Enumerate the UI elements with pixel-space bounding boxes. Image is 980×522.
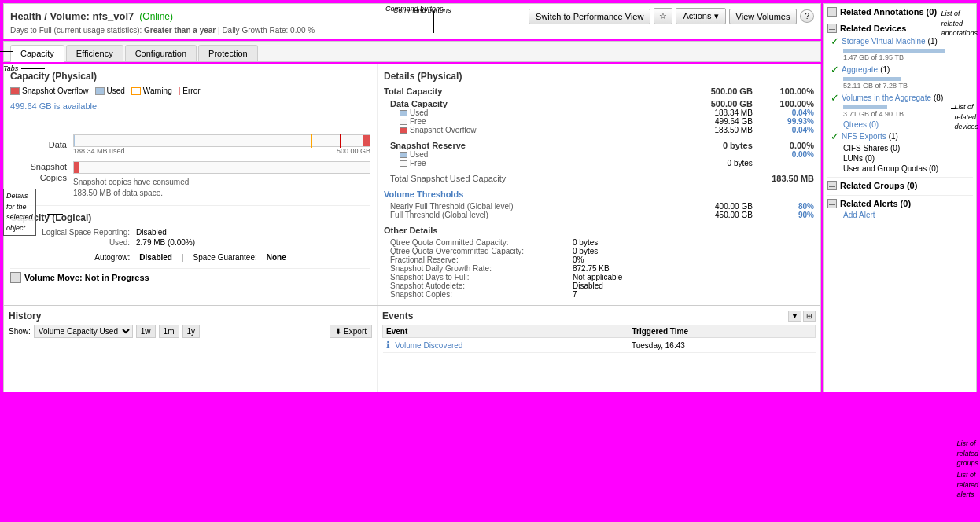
page-title: Health / Volume: nfs_vol7 [10, 10, 134, 22]
autogrow-value: Disabled [139, 253, 172, 262]
history-controls: Show: Volume Capacity Used 1w 1m 1y ⬇ Ex… [9, 325, 372, 338]
svm-item: ✓ Storage Virtual Machine (1) 1.47 GB of… [827, 35, 973, 61]
error-line [340, 134, 341, 148]
data-capacity-table: Data Capacity 500.00 GB 100.00% Used [384, 99, 814, 134]
snapshot-reserve-title: Snapshot Reserve [384, 141, 671, 150]
event-link-0[interactable]: Volume Discovered [395, 341, 462, 350]
svm-count: (1) [928, 37, 938, 46]
actions-button[interactable]: Actions ▾ [676, 8, 725, 24]
data-free-pct: 99.93% [753, 117, 814, 126]
svm-item-row: ✓ Storage Virtual Machine (1) [827, 35, 973, 48]
related-devices-section: — Related Devices ✓ Storage Virtual Mach… [827, 22, 973, 178]
total-capacity-table: Total Capacity 500.00 GB 100.00% [384, 86, 814, 96]
snapshot-reserve-free-value: 0 bytes [671, 159, 753, 167]
bar-used-label: 188.34 MB used [73, 147, 125, 155]
snapshot-reserve-used-value [671, 150, 753, 159]
full-threshold-pct: 90% [753, 211, 814, 219]
other-label-5: Snapshot Autodelete: [384, 281, 573, 290]
other-row-3: Snapshot Daily Growth Rate:872.75 KB [384, 264, 814, 273]
logical-used-value: 2.79 MB (0.00%) [136, 238, 195, 247]
aggregate-item-row: ✓ Aggregate (1) [827, 63, 973, 76]
right-panel: — Related Annotations (0) — Related Devi… [823, 3, 977, 392]
tab-efficiency[interactable]: Efficiency [66, 45, 123, 61]
volume-thresholds-title[interactable]: Volume Thresholds [384, 189, 814, 199]
aggregate-link[interactable]: Aggregate [842, 65, 878, 74]
data-capacity-title: Data Capacity [384, 99, 671, 108]
event-col-header: Event [383, 325, 628, 338]
related-devices-title: Related Devices [840, 24, 906, 33]
other-value-2: 0% [573, 255, 814, 264]
command-buttons-annotation: Command buttons [393, 6, 451, 38]
events-table: Event Triggered Time ℹ Volume Discovered [382, 325, 816, 353]
events-controls: ▼ ⊞ [788, 311, 816, 322]
collapse-icon[interactable]: — [10, 272, 21, 283]
add-alert-link[interactable]: Add Alert [843, 211, 875, 219]
nfs-link[interactable]: NFS Exports [842, 132, 886, 141]
related-devices-collapse[interactable]: — [827, 24, 837, 33]
history-dropdown[interactable]: Volume Capacity Used [34, 325, 133, 338]
autogrow-row: Autogrow: Disabled | Space Guarantee: No… [10, 253, 370, 262]
other-row-2: Fractional Reserve:0% [384, 255, 814, 264]
volume-move-section: — Volume Move: Not in Progress [10, 268, 370, 283]
other-label-2: Fractional Reserve: [384, 255, 573, 264]
data-used-label: Used [384, 108, 671, 117]
tab-capacity[interactable]: Capacity [10, 45, 64, 62]
other-row-4: Snapshot Days to Full:Not applicable [384, 273, 814, 281]
related-annotations-collapse[interactable]: — [827, 7, 837, 17]
data-bar-row: Data 188.34 MB used [10, 134, 370, 155]
snapshot-bar-row: SnapshotCopies Snapshot copies have cons… [10, 161, 370, 199]
logical-used-label: Used: [10, 238, 136, 247]
svm-check-icon: ✓ [831, 35, 839, 47]
total-snapshot-label: Total Snapshot Used Capacity [384, 174, 718, 183]
events-export-button[interactable]: ⊞ [803, 311, 816, 322]
switch-view-button[interactable]: Switch to Performance View [529, 9, 650, 24]
view-volumes-button[interactable]: View Volumes [729, 9, 798, 24]
main-content-area: Details for the selected object — Capaci… [3, 64, 821, 392]
tab-protection[interactable]: Protection [198, 45, 258, 61]
legend-warning-box [131, 87, 141, 95]
volume-move-header[interactable]: — Volume Move: Not in Progress [10, 272, 370, 283]
nearly-full-label: Nearly Full Threshold (Global level) [384, 202, 671, 211]
related-groups-collapse[interactable]: — [827, 181, 837, 190]
other-value-0: 0 bytes [573, 238, 814, 247]
events-header: Events ▼ ⊞ [382, 311, 816, 322]
thresholds-table: Nearly Full Threshold (Global level) 400… [384, 202, 814, 219]
volumes-agg-count: (8) [934, 94, 943, 102]
tab-configuration[interactable]: Configuration [125, 45, 197, 61]
other-value-3: 872.75 KB [573, 264, 814, 273]
top-content: Details for the selected object — Capaci… [4, 64, 820, 305]
other-value-5: Disabled [573, 281, 814, 290]
events-panel: Events ▼ ⊞ Event Trigger [378, 306, 820, 392]
volumes-agg-item-row: ✓ Volumes in the Aggregate (8) [827, 91, 973, 105]
volumes-in-aggregate-item: ✓ Volumes in the Aggregate (8) 3.71 GB o… [827, 91, 973, 118]
snapshot-label: SnapshotCopies [10, 161, 73, 184]
export-button[interactable]: ⬇ Export [330, 325, 372, 338]
volumes-agg-link[interactable]: Volumes in the Aggregate [842, 94, 931, 102]
related-groups-title: Related Groups (0) [840, 181, 917, 190]
qtrees-link[interactable]: Qtrees (0) [827, 119, 973, 130]
history-1y-button[interactable]: 1y [182, 325, 201, 338]
space-guarantee-label: Space Guarantee: [193, 253, 257, 262]
quotas-count: (0) [929, 164, 938, 173]
data-bar-track [73, 134, 370, 147]
right-panel-inner: — Related Annotations (0) — Related Devi… [823, 3, 977, 392]
svm-link[interactable]: Storage Virtual Machine [842, 37, 926, 46]
history-1w-button[interactable]: 1w [136, 325, 156, 338]
volumes-agg-bar [843, 105, 887, 109]
related-alerts-collapse[interactable]: — [827, 199, 837, 208]
bottom-section: History Show: Volume Capacity Used 1w 1m… [4, 305, 820, 392]
data-capacity-pct: 100.00% [753, 99, 814, 108]
total-snapshot-table: Total Snapshot Used Capacity 183.50 MB [384, 174, 814, 183]
svm-detail: 1.47 GB of 1.95 TB [843, 53, 970, 61]
history-panel: History Show: Volume Capacity Used 1w 1m… [4, 306, 378, 392]
favorite-button[interactable]: ☆ [654, 8, 672, 24]
total-capacity-label: Total Capacity [384, 86, 671, 96]
history-1m-button[interactable]: 1m [159, 325, 179, 338]
aggregate-count: (1) [880, 65, 890, 74]
volumes-agg-detail: 3.71 GB of 4.90 TB [843, 110, 970, 118]
help-button[interactable]: ? [800, 9, 814, 23]
other-label-1: Qtree Quota Overcommitted Capacity: [384, 247, 573, 255]
details-panel: Details (Physical) Total Capacity 500.00… [378, 64, 820, 305]
details-title: Details (Physical) [384, 71, 814, 82]
events-filter-button[interactable]: ▼ [788, 311, 801, 322]
